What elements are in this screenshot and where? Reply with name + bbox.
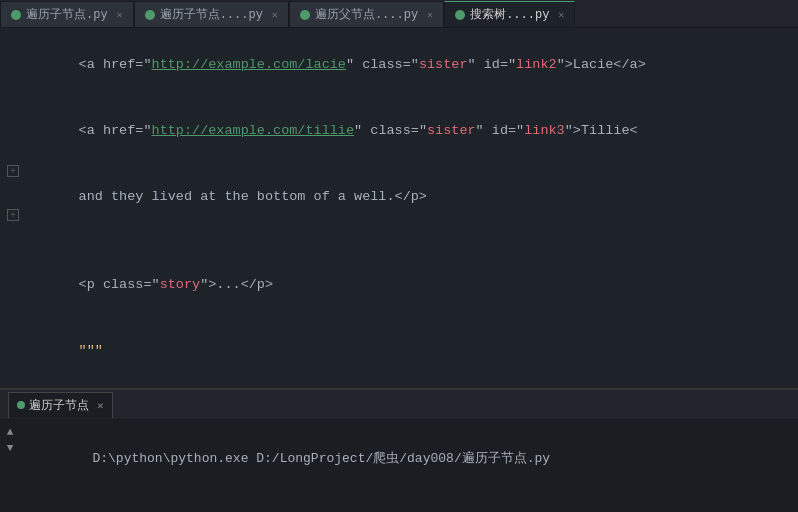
tab-icon-3 [300,10,310,20]
tab-icon-4 [455,10,465,20]
terminal-line-2: <class 'list'> [30,492,788,512]
run-icon [17,401,25,409]
tab-close-4[interactable]: ✕ [558,9,564,21]
panel-sidebar: ▲ ▼ [0,420,20,512]
tab-label-4: 搜索树....py [470,6,549,23]
collapse-icon-1[interactable]: + [7,165,19,177]
panel-tab-label: 遍历子节点 [29,397,89,414]
tab-bar: 遍历子节点.py ✕ 遍历子节点....py ✕ 遍历父节点....py ✕ 搜… [0,0,798,28]
tab-3[interactable]: 遍历父节点....py ✕ [289,1,444,27]
code-line-3: and they lived at the bottom of a well.<… [30,164,798,230]
tab-label-1: 遍历子节点.py [26,6,108,23]
tab-label-2: 遍历子节点....py [160,6,263,23]
arrow-up-icon[interactable]: ▲ [7,426,14,438]
code-line-5: <p class="story">...</p> [30,252,798,318]
code-editor[interactable]: <a href="http://example.com/lacie" class… [26,28,798,388]
collapse-icon-2[interactable]: + [7,209,19,221]
tab-close-1[interactable]: ✕ [117,9,123,21]
tab-2[interactable]: 遍历子节点....py ✕ [134,1,289,27]
tab-close-3[interactable]: ✕ [427,9,433,21]
tab-icon-1 [11,10,21,20]
tab-1[interactable]: 遍历子节点.py ✕ [0,1,134,27]
panel-tab-bar: 遍历子节点 ✕ [0,390,798,420]
tab-4[interactable]: 搜索树....py ✕ [444,1,575,27]
panel-body: ▲ ▼ D:\python\python.exe D:/LongProject/… [0,420,798,512]
code-line-1: <a href="http://example.com/lacie" class… [30,32,798,98]
tab-close-2[interactable]: ✕ [272,9,278,21]
line-gutter: + + [0,28,26,388]
panel-tab-run[interactable]: 遍历子节点 ✕ [8,392,113,418]
panel-tab-close[interactable]: ✕ [97,399,104,412]
tab-icon-2 [145,10,155,20]
editor-area: + + <a href="http://example.com/lacie" c… [0,28,798,388]
bottom-panel: 遍历子节点 ✕ ▲ ▼ D:\python\python.exe D:/Long… [0,388,798,512]
code-line-7: from bs4 import BeautifulSoup [30,384,798,388]
code-line-2: <a href="http://example.com/tillie" clas… [30,98,798,164]
arrow-down-icon[interactable]: ▼ [7,442,14,454]
terminal-output: D:\python\python.exe D:/LongProject/爬虫/d… [20,420,798,512]
code-line-4 [30,230,798,252]
tab-label-3: 遍历父节点....py [315,6,418,23]
code-line-6: """ [30,318,798,384]
terminal-line-1: D:\python\python.exe D:/LongProject/爬虫/d… [30,426,788,492]
